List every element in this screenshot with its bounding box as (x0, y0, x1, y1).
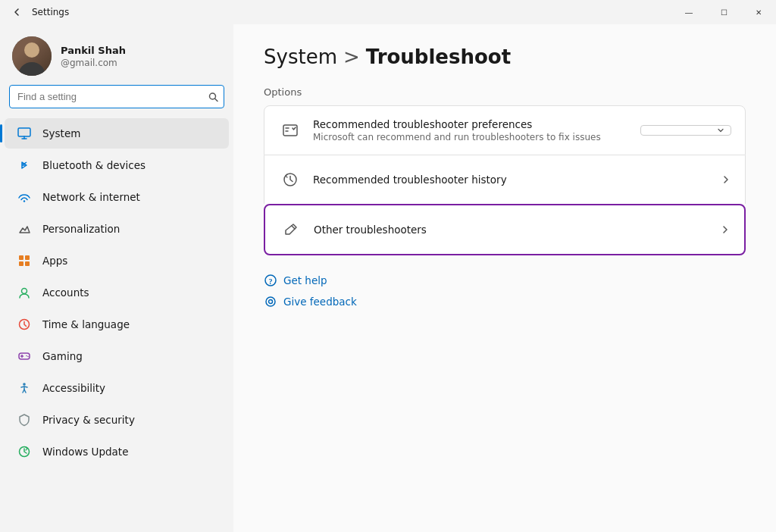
close-button[interactable]: ✕ (741, 0, 776, 24)
bluetooth-icon (17, 158, 32, 173)
breadcrumb: System > Troubleshoot (264, 45, 746, 68)
nav-item-gaming[interactable]: Gaming (5, 341, 229, 371)
svg-point-5 (23, 200, 25, 202)
nav-label-system: System (42, 127, 80, 139)
system-icon (17, 126, 32, 141)
troubleshooter-prefs-dropdown[interactable] (640, 125, 731, 136)
privacy-icon (17, 412, 32, 427)
svg-text:?: ? (269, 277, 273, 286)
nav-item-bluetooth[interactable]: Bluetooth & devices (5, 150, 229, 180)
app-title: Settings (32, 7, 69, 17)
personalization-icon (17, 221, 32, 236)
nav-item-time[interactable]: Time & language (5, 309, 229, 340)
nav-label-accessibility: Accessibility (42, 382, 105, 394)
get-help-link[interactable]: ? Get help (264, 274, 746, 287)
search-box (9, 85, 224, 108)
svg-point-15 (26, 355, 27, 357)
nav-item-accessibility[interactable]: Accessibility (5, 373, 229, 403)
troubleshooter-history-chevron (721, 174, 731, 185)
svg-point-23 (266, 297, 275, 306)
maximize-button[interactable]: ☐ (706, 0, 741, 24)
breadcrumb-parent[interactable]: System (264, 45, 337, 68)
nav-label-accounts: Accounts (42, 286, 89, 299)
minimize-button[interactable]: — (671, 0, 706, 24)
help-links: ? Get help Give feedback (264, 274, 746, 308)
nav-label-bluetooth: Bluetooth & devices (42, 159, 146, 171)
nav-item-privacy[interactable]: Privacy & security (5, 405, 229, 435)
nav-label-winupdate: Windows Update (42, 446, 128, 458)
back-button[interactable] (9, 5, 24, 20)
windows-update-icon (17, 444, 32, 459)
user-profile[interactable]: Pankil Shah @gmail.com (0, 24, 233, 85)
app-body: Pankil Shah @gmail.com (0, 24, 776, 532)
nav-label-apps: Apps (42, 255, 67, 267)
gaming-icon (17, 349, 32, 364)
accounts-icon (17, 285, 32, 300)
svg-rect-9 (25, 261, 30, 266)
get-help-icon: ? (264, 274, 277, 287)
nav-label-network: Network & internet (42, 191, 140, 203)
nav-label-personalization: Personalization (42, 223, 120, 235)
svg-rect-2 (18, 128, 30, 136)
nav-item-personalization[interactable]: Personalization (5, 214, 229, 244)
svg-rect-8 (19, 261, 23, 266)
apps-icon (17, 253, 32, 268)
svg-point-16 (27, 356, 29, 358)
svg-rect-7 (25, 255, 30, 260)
network-icon (17, 189, 32, 205)
other-troubleshooters-title: Other troubleshooters (314, 224, 720, 236)
troubleshooter-prefs-desc: Microsoft can recommend and run troubles… (313, 132, 640, 142)
nav-item-accounts[interactable]: Accounts (5, 277, 229, 308)
give-feedback-link[interactable]: Give feedback (264, 295, 746, 308)
svg-point-17 (23, 383, 26, 386)
title-bar: Settings — ☐ ✕ (0, 0, 776, 24)
nav-item-system[interactable]: System (5, 118, 229, 149)
svg-point-10 (22, 289, 27, 294)
content-area: System > Troubleshoot Options Recommende… (233, 24, 776, 532)
give-feedback-icon (264, 295, 277, 308)
nav-item-apps[interactable]: Apps (5, 246, 229, 276)
nav-label-time: Time & language (42, 318, 130, 330)
nav-label-privacy: Privacy & security (42, 414, 135, 426)
troubleshooter-prefs-icon (278, 118, 302, 142)
nav-item-winupdate[interactable]: Windows Update (5, 437, 229, 467)
nav-item-network[interactable]: Network & internet (5, 182, 229, 212)
troubleshooter-prefs-control (640, 125, 731, 136)
section-label: Options (264, 86, 746, 98)
user-info: Pankil Shah @gmail.com (61, 45, 126, 68)
troubleshooter-prefs-title: Recommended troubleshooter preferences (313, 118, 640, 130)
svg-point-24 (269, 300, 273, 304)
svg-rect-19 (283, 125, 297, 136)
search-input[interactable] (9, 85, 224, 108)
option-recommended-prefs[interactable]: Recommended troubleshooter preferences M… (264, 105, 746, 155)
accessibility-icon (17, 380, 32, 396)
nav-label-gaming: Gaming (42, 350, 83, 362)
other-troubleshooters-text: Other troubleshooters (314, 224, 720, 236)
user-name: Pankil Shah (61, 45, 126, 56)
options-list: Recommended troubleshooter preferences M… (264, 105, 746, 255)
svg-line-1 (215, 99, 218, 102)
option-recommended-history[interactable]: Recommended troubleshooter history (264, 155, 746, 204)
breadcrumb-separator: > (343, 45, 360, 68)
avatar (12, 36, 52, 76)
option-other-troubleshooters[interactable]: Other troubleshooters (264, 204, 746, 255)
other-troubleshooters-icon (279, 217, 303, 242)
user-email: @gmail.com (61, 58, 126, 68)
breadcrumb-current: Troubleshoot (366, 45, 511, 68)
svg-rect-6 (19, 255, 23, 260)
troubleshooter-prefs-text: Recommended troubleshooter preferences M… (313, 118, 640, 142)
time-icon (17, 317, 32, 332)
troubleshooter-history-text: Recommended troubleshooter history (313, 174, 721, 186)
troubleshooter-history-icon (278, 167, 302, 192)
troubleshooter-history-title: Recommended troubleshooter history (313, 174, 721, 186)
other-troubleshooters-chevron (720, 224, 731, 235)
search-button[interactable] (208, 92, 218, 102)
window-controls: — ☐ ✕ (671, 0, 776, 24)
sidebar: Pankil Shah @gmail.com (0, 24, 233, 532)
